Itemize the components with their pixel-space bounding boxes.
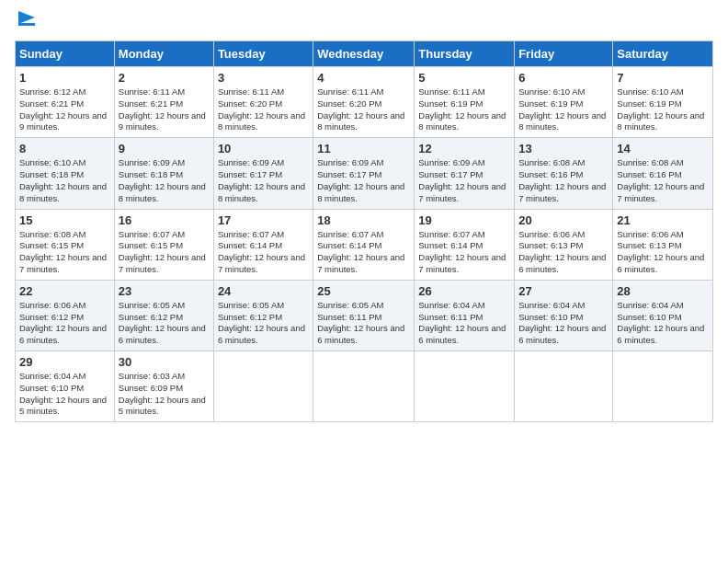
calendar-cell: 16Sunrise: 6:07 AMSunset: 6:15 PMDayligh…: [114, 209, 213, 280]
cell-info: Sunrise: 6:05 AMSunset: 6:11 PMDaylight:…: [317, 300, 404, 345]
cell-info: Sunrise: 6:06 AMSunset: 6:13 PMDaylight:…: [518, 229, 606, 274]
calendar-header-saturday: Saturday: [613, 41, 713, 67]
calendar-header-tuesday: Tuesday: [213, 41, 313, 67]
day-number: 27: [518, 284, 609, 298]
cell-info: Sunrise: 6:09 AMSunset: 6:17 PMDaylight:…: [317, 157, 404, 202]
calendar-cell: 28Sunrise: 6:04 AMSunset: 6:10 PMDayligh…: [613, 280, 713, 350]
calendar-cell: 25Sunrise: 6:05 AMSunset: 6:11 PMDayligh…: [313, 280, 415, 350]
cell-info: Sunrise: 6:07 AMSunset: 6:14 PMDaylight:…: [418, 229, 506, 274]
calendar-header-sunday: Sunday: [16, 41, 115, 67]
day-number: 4: [317, 71, 410, 85]
cell-info: Sunrise: 6:07 AMSunset: 6:14 PMDaylight:…: [317, 229, 404, 274]
day-number: 13: [518, 142, 609, 155]
day-number: 14: [617, 142, 709, 155]
calendar-header-row: SundayMondayTuesdayWednesdayThursdayFrid…: [16, 41, 713, 67]
day-number: 5: [418, 71, 510, 85]
calendar-cell: 22Sunrise: 6:06 AMSunset: 6:12 PMDayligh…: [16, 280, 115, 350]
day-number: 23: [119, 284, 210, 298]
cell-info: Sunrise: 6:12 AMSunset: 6:21 PMDaylight:…: [19, 86, 107, 132]
day-number: 30: [119, 355, 210, 369]
day-number: 12: [418, 142, 510, 155]
cell-info: Sunrise: 6:09 AMSunset: 6:18 PMDaylight:…: [119, 157, 206, 202]
day-number: 28: [617, 284, 709, 298]
cell-info: Sunrise: 6:03 AMSunset: 6:09 PMDaylight:…: [119, 371, 206, 416]
day-number: 22: [19, 284, 110, 298]
day-number: 17: [218, 213, 309, 227]
day-number: 1: [19, 71, 110, 85]
calendar-cell: 6Sunrise: 6:10 AMSunset: 6:19 PMDaylight…: [515, 67, 613, 138]
page-header: [15, 15, 713, 31]
day-number: 29: [19, 355, 110, 369]
calendar-cell: 27Sunrise: 6:04 AMSunset: 6:10 PMDayligh…: [515, 280, 613, 350]
cell-info: Sunrise: 6:09 AMSunset: 6:17 PMDaylight:…: [218, 157, 305, 202]
calendar-cell: [515, 351, 613, 422]
calendar-header-wednesday: Wednesday: [313, 41, 415, 67]
calendar-cell: [415, 351, 515, 422]
cell-info: Sunrise: 6:04 AMSunset: 6:10 PMDaylight:…: [518, 300, 606, 345]
cell-info: Sunrise: 6:05 AMSunset: 6:12 PMDaylight:…: [218, 300, 305, 345]
day-number: 6: [518, 71, 609, 85]
cell-info: Sunrise: 6:07 AMSunset: 6:14 PMDaylight:…: [218, 229, 305, 274]
calendar-header-monday: Monday: [114, 41, 213, 67]
day-number: 20: [518, 213, 609, 227]
calendar-cell: 4Sunrise: 6:11 AMSunset: 6:20 PMDaylight…: [313, 67, 415, 138]
cell-info: Sunrise: 6:10 AMSunset: 6:19 PMDaylight:…: [617, 86, 704, 132]
day-number: 11: [317, 142, 410, 155]
calendar-cell: 13Sunrise: 6:08 AMSunset: 6:16 PMDayligh…: [515, 138, 613, 209]
calendar-week-row: 15Sunrise: 6:08 AMSunset: 6:15 PMDayligh…: [16, 209, 713, 280]
cell-info: Sunrise: 6:08 AMSunset: 6:16 PMDaylight:…: [518, 157, 606, 202]
cell-info: Sunrise: 6:11 AMSunset: 6:20 PMDaylight:…: [317, 86, 404, 132]
calendar-header-thursday: Thursday: [415, 41, 515, 67]
day-number: 18: [317, 213, 410, 227]
calendar-cell: 26Sunrise: 6:04 AMSunset: 6:11 PMDayligh…: [415, 280, 515, 350]
cell-info: Sunrise: 6:11 AMSunset: 6:20 PMDaylight:…: [218, 86, 305, 132]
svg-marker-0: [18, 11, 35, 24]
calendar-cell: 14Sunrise: 6:08 AMSunset: 6:16 PMDayligh…: [613, 138, 713, 209]
calendar-cell: 2Sunrise: 6:11 AMSunset: 6:21 PMDaylight…: [114, 67, 213, 138]
calendar-cell: 15Sunrise: 6:08 AMSunset: 6:15 PMDayligh…: [16, 209, 115, 280]
day-number: 9: [119, 142, 210, 155]
calendar-cell: 8Sunrise: 6:10 AMSunset: 6:18 PMDaylight…: [16, 138, 115, 209]
cell-info: Sunrise: 6:09 AMSunset: 6:17 PMDaylight:…: [418, 157, 506, 202]
day-number: 16: [119, 213, 210, 227]
calendar-cell: 29Sunrise: 6:04 AMSunset: 6:10 PMDayligh…: [16, 351, 115, 422]
calendar-week-row: 1Sunrise: 6:12 AMSunset: 6:21 PMDaylight…: [16, 67, 713, 138]
calendar-cell: [613, 351, 713, 422]
day-number: 3: [218, 71, 309, 85]
calendar-week-row: 29Sunrise: 6:04 AMSunset: 6:10 PMDayligh…: [16, 351, 713, 422]
calendar-cell: 30Sunrise: 6:03 AMSunset: 6:09 PMDayligh…: [114, 351, 213, 422]
calendar-cell: [213, 351, 313, 422]
logo: [15, 15, 97, 31]
calendar-cell: 18Sunrise: 6:07 AMSunset: 6:14 PMDayligh…: [313, 209, 415, 280]
day-number: 15: [19, 213, 110, 227]
day-number: 19: [418, 213, 510, 227]
day-number: 25: [317, 284, 410, 298]
calendar-header-friday: Friday: [515, 41, 613, 67]
cell-info: Sunrise: 6:08 AMSunset: 6:16 PMDaylight:…: [617, 157, 704, 202]
calendar-cell: 12Sunrise: 6:09 AMSunset: 6:17 PMDayligh…: [415, 138, 515, 209]
cell-info: Sunrise: 6:06 AMSunset: 6:12 PMDaylight:…: [19, 300, 107, 345]
calendar-cell: 20Sunrise: 6:06 AMSunset: 6:13 PMDayligh…: [515, 209, 613, 280]
day-number: 21: [617, 213, 709, 227]
calendar-cell: 21Sunrise: 6:06 AMSunset: 6:13 PMDayligh…: [613, 209, 713, 280]
calendar-cell: 24Sunrise: 6:05 AMSunset: 6:12 PMDayligh…: [213, 280, 313, 350]
calendar-week-row: 22Sunrise: 6:06 AMSunset: 6:12 PMDayligh…: [16, 280, 713, 350]
calendar-cell: 5Sunrise: 6:11 AMSunset: 6:19 PMDaylight…: [415, 67, 515, 138]
calendar-cell: 19Sunrise: 6:07 AMSunset: 6:14 PMDayligh…: [415, 209, 515, 280]
day-number: 8: [19, 142, 110, 155]
calendar-cell: 10Sunrise: 6:09 AMSunset: 6:17 PMDayligh…: [213, 138, 313, 209]
cell-info: Sunrise: 6:05 AMSunset: 6:12 PMDaylight:…: [119, 300, 206, 345]
cell-info: Sunrise: 6:04 AMSunset: 6:11 PMDaylight:…: [418, 300, 506, 345]
calendar-cell: 1Sunrise: 6:12 AMSunset: 6:21 PMDaylight…: [16, 67, 115, 138]
calendar-cell: 9Sunrise: 6:09 AMSunset: 6:18 PMDaylight…: [114, 138, 213, 209]
cell-info: Sunrise: 6:04 AMSunset: 6:10 PMDaylight:…: [617, 300, 704, 345]
calendar-table: SundayMondayTuesdayWednesdayThursdayFrid…: [15, 40, 713, 422]
cell-info: Sunrise: 6:11 AMSunset: 6:21 PMDaylight:…: [119, 86, 206, 132]
cell-info: Sunrise: 6:11 AMSunset: 6:19 PMDaylight:…: [418, 86, 506, 132]
cell-info: Sunrise: 6:04 AMSunset: 6:10 PMDaylight:…: [19, 371, 107, 416]
day-number: 7: [617, 71, 709, 85]
svg-rect-1: [18, 23, 35, 26]
logo-arrow-icon: [17, 7, 37, 28]
day-number: 10: [218, 142, 309, 155]
cell-info: Sunrise: 6:07 AMSunset: 6:15 PMDaylight:…: [119, 229, 206, 274]
